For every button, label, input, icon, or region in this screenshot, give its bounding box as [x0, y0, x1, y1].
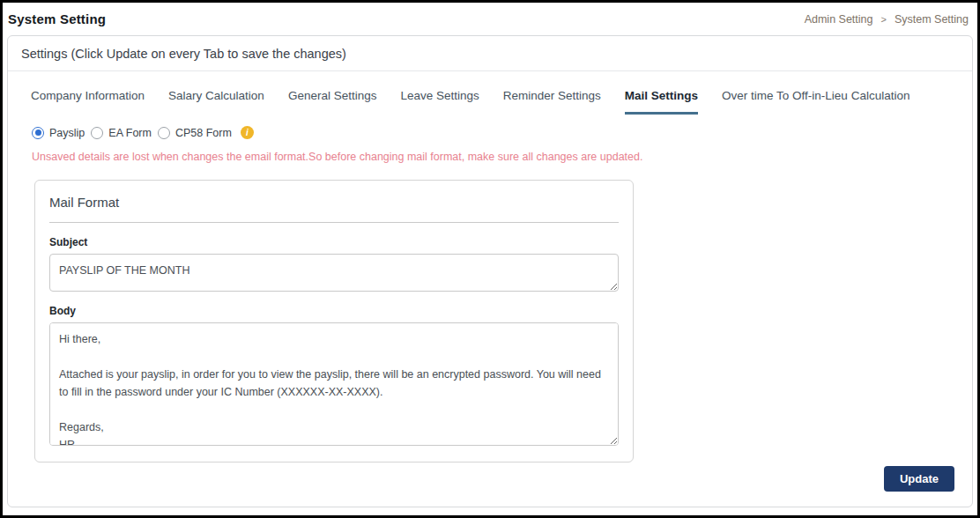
info-icon[interactable]: i: [241, 126, 254, 139]
radio-circle-icon: [158, 127, 170, 139]
subject-label: Subject: [49, 236, 619, 248]
breadcrumb-admin-setting[interactable]: Admin Setting: [805, 13, 873, 26]
page-title: System Setting: [8, 11, 106, 26]
mail-format-card: Mail Format Subject PAYSLIP OF THE MONTH…: [34, 180, 634, 462]
body-label: Body: [49, 305, 619, 317]
settings-card-heading: Settings (Click Update on every Tab to s…: [8, 36, 972, 71]
unsaved-changes-warning: Unsaved details are lost when changes th…: [8, 139, 972, 163]
subject-input[interactable]: PAYSLIP OF THE MONTH: [49, 254, 619, 292]
radio-circle-icon: [32, 127, 44, 139]
settings-tabs: Company Information Salary Calculation G…: [8, 71, 972, 115]
mail-format-title: Mail Format: [49, 195, 619, 210]
tab-salary-calculation[interactable]: Salary Calculation: [168, 89, 264, 115]
breadcrumb: Admin Setting > System Setting: [805, 13, 969, 26]
body-input[interactable]: Hi there, Attached is your payslip, in o…: [49, 322, 619, 446]
mail-format-radio-group: Payslip EA Form CP58 Form i: [8, 115, 972, 139]
settings-card: Settings (Click Update on every Tab to s…: [7, 35, 973, 507]
system-setting-page: System Setting Admin Setting > System Se…: [3, 3, 977, 515]
radio-circle-icon: [91, 127, 103, 139]
mail-format-divider: [49, 222, 619, 223]
breadcrumb-system-setting[interactable]: System Setting: [895, 13, 969, 26]
radio-ea-form[interactable]: EA Form: [91, 127, 152, 139]
update-row: Update: [8, 466, 972, 507]
tab-mail-settings[interactable]: Mail Settings: [625, 89, 698, 115]
radio-cp58-form[interactable]: CP58 Form: [158, 127, 232, 139]
tab-overtime-off-in-lieu[interactable]: Over time To Off-in-Lieu Calculation: [722, 89, 909, 115]
tab-reminder-settings[interactable]: Reminder Settings: [503, 89, 601, 115]
bottom-strip: [3, 514, 977, 515]
tab-general-settings[interactable]: General Settings: [288, 89, 377, 115]
radio-payslip[interactable]: Payslip: [32, 127, 85, 139]
update-button[interactable]: Update: [884, 466, 954, 492]
breadcrumb-separator: >: [880, 14, 886, 25]
tab-company-information[interactable]: Company Information: [31, 89, 145, 115]
tab-leave-settings[interactable]: Leave Settings: [400, 89, 479, 115]
topbar: System Setting Admin Setting > System Se…: [3, 3, 977, 33]
